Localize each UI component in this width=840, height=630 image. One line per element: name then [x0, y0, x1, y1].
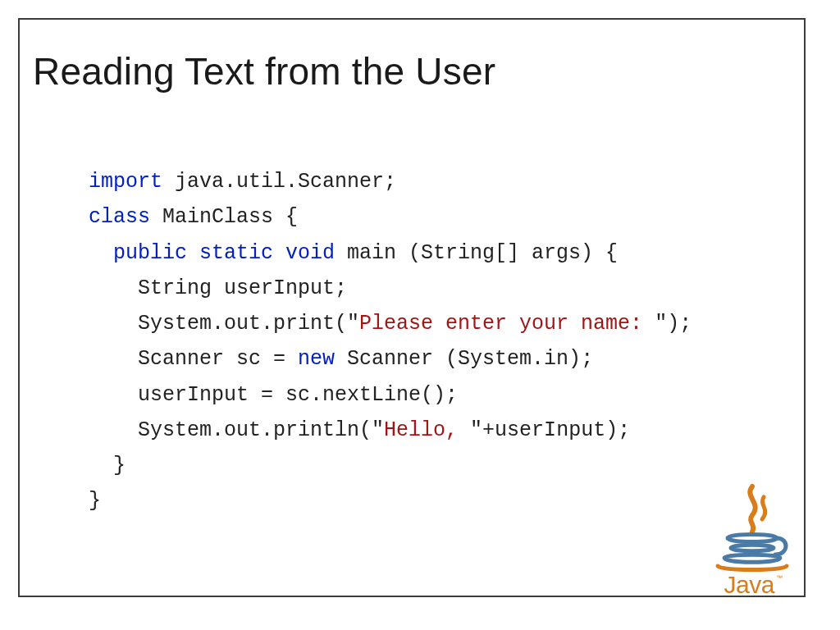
code-text: Scanner (System.in); [335, 347, 593, 371]
code-indent [89, 241, 113, 265]
code-text: } [89, 489, 101, 513]
slide-title: Reading Text from the User [33, 49, 495, 94]
code-text: Scanner sc = [138, 347, 298, 371]
java-logo-icon [711, 482, 793, 573]
code-block: import java.util.Scanner; class MainClas… [89, 164, 692, 519]
code-text: java.util.Scanner; [162, 170, 396, 194]
code-indent [89, 347, 138, 371]
code-indent [89, 454, 113, 477]
code-text: main (String[] args) { [335, 241, 618, 265]
code-text: System.out.print(" [138, 312, 359, 336]
java-logo-tm: ™ [776, 574, 783, 582]
code-string: Hello, [384, 418, 470, 442]
code-indent [89, 418, 138, 442]
code-kw-method: public static void [113, 241, 335, 265]
code-text: "); [655, 312, 692, 336]
code-text: MainClass { [150, 205, 298, 229]
code-indent [89, 276, 138, 300]
code-kw-new: new [298, 347, 335, 371]
java-logo-text: Java™ [699, 571, 806, 599]
code-kw-class: class [89, 205, 150, 229]
java-logo: Java™ [699, 482, 806, 599]
code-string: Please enter your name: [359, 312, 655, 336]
code-text: String userInput; [138, 276, 347, 300]
code-indent [89, 383, 138, 407]
code-text: } [113, 454, 126, 477]
code-kw-import: import [89, 170, 162, 194]
code-text: userInput = sc.nextLine(); [138, 383, 458, 407]
java-logo-word: Java [724, 571, 774, 598]
code-text: System.out.println(" [138, 418, 384, 442]
code-text: "+userInput); [470, 418, 630, 442]
code-indent [89, 312, 138, 336]
